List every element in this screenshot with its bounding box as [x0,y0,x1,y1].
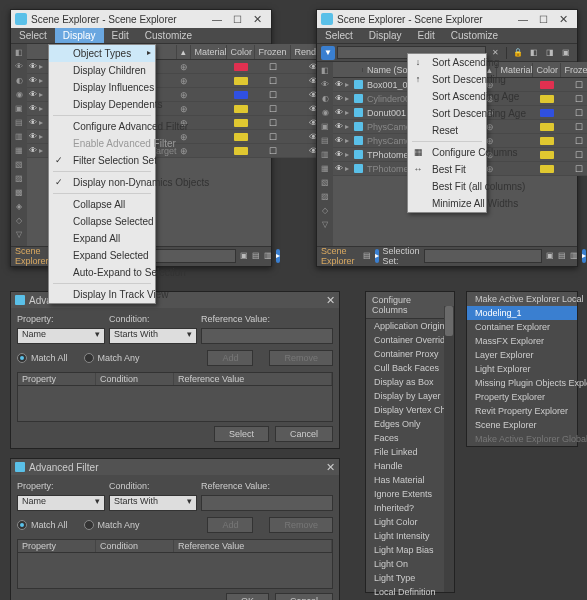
explorer-option[interactable]: Layer Explorer [467,348,577,362]
menu-display[interactable]: Display [361,28,410,43]
ok-button[interactable]: OK [226,593,269,600]
explorer-option[interactable]: Light Explorer [467,362,577,376]
footer-icon[interactable]: ▸ [276,249,280,263]
footer-icon[interactable]: ▤ [252,249,260,263]
menu-select[interactable]: Select [11,28,55,43]
select-button[interactable]: Select [214,426,269,442]
explorer-option[interactable]: Property Explorer [467,390,577,404]
tool-icon[interactable]: ▽ [13,228,25,240]
col-frozen[interactable]: Frozen [561,63,587,77]
frozen-cell[interactable]: ☐ [255,90,291,100]
tool-icon[interactable]: ◇ [13,214,25,226]
visibility-icon[interactable]: 👁 [29,62,38,71]
maximize-button[interactable]: ☐ [227,11,247,27]
column-option[interactable]: Cull Back Faces [366,361,454,375]
menu-display[interactable]: Display [55,28,104,43]
expand-icon[interactable]: ▸ [39,146,48,155]
menu-item[interactable]: Display Influences [49,79,155,96]
match-any-radio[interactable]: Match Any [84,520,140,530]
explorer-option[interactable]: Scene Explorer [467,418,577,432]
tool-icon[interactable]: 🔒 [511,46,525,60]
tool-icon[interactable]: ◉ [319,106,331,118]
frozen-cell[interactable]: ☐ [561,150,587,160]
tool-icon[interactable]: ▦ [13,144,25,156]
column-option[interactable]: Display Vertex Channel [366,403,454,417]
visibility-icon[interactable]: 👁 [29,104,38,113]
tool-icon[interactable]: ▦ [319,162,331,174]
visibility-icon[interactable]: 👁 [335,94,344,103]
expand-icon[interactable]: ▸ [345,94,354,103]
menu-item[interactable]: Sort Descending Age [408,105,486,122]
refval-input[interactable] [201,328,333,344]
menu-select[interactable]: Select [317,28,361,43]
column-option[interactable]: Display by Layer [366,389,454,403]
filter-icon[interactable]: ▼ [321,46,335,60]
column-option[interactable]: Has Material [366,473,454,487]
visibility-icon[interactable]: 👁 [335,80,344,89]
tool-icon[interactable]: ◧ [13,46,25,58]
visibility-icon[interactable]: 👁 [29,118,38,127]
close-icon[interactable]: ✕ [326,461,335,474]
visibility-icon[interactable]: 👁 [29,146,38,155]
menu-customize[interactable]: Customize [443,28,506,43]
color-cell[interactable] [227,119,255,127]
column-option[interactable]: Display as Box [366,375,454,389]
material-cell[interactable]: ⊕ [177,146,191,156]
footer-icon[interactable]: ▥ [264,249,272,263]
explorer-option[interactable]: Container Explorer [467,320,577,334]
menu-item[interactable]: ✓Filter Selection Set [49,152,155,169]
refval-input[interactable] [201,495,333,511]
material-cell[interactable]: ⊕ [177,76,191,86]
frozen-cell[interactable]: ☐ [561,80,587,90]
color-cell[interactable] [227,63,255,71]
menu-item[interactable]: Collapse Selected [49,213,155,230]
footer-icon[interactable]: ▤ [558,249,566,263]
column-option[interactable]: Local Definition [366,585,454,599]
column-option[interactable]: Light Intensity [366,529,454,543]
footer-icon[interactable]: ▣ [240,249,248,263]
property-select[interactable]: Name ▾ [17,328,105,344]
tool-icon[interactable]: ▣ [319,120,331,132]
frozen-cell[interactable]: ☐ [561,164,587,174]
footer-icon[interactable]: ▤ [363,249,371,263]
menu-item[interactable]: Reset [408,122,486,139]
tool-icon[interactable]: ◉ [13,88,25,100]
tool-icon[interactable]: ▧ [319,176,331,188]
visibility-icon[interactable]: 👁 [335,108,344,117]
scrollbar[interactable] [444,306,454,592]
expand-icon[interactable]: ▸ [345,136,354,145]
col-color[interactable]: Color [533,63,561,77]
expand-icon[interactable]: ▸ [345,108,354,117]
color-cell[interactable] [533,123,561,131]
expand-icon[interactable]: ▸ [39,132,48,141]
color-cell[interactable] [533,95,561,103]
color-cell[interactable] [533,165,561,173]
menu-item[interactable]: Expand Selected [49,247,155,264]
column-option[interactable]: Inherited? [366,501,454,515]
column-option[interactable]: Light Map Bias [366,543,454,557]
tool-icon[interactable]: ▽ [319,218,331,230]
remove-button[interactable]: Remove [269,517,333,533]
tool-icon[interactable]: ◇ [319,204,331,216]
material-cell[interactable]: ⊕ [177,90,191,100]
color-cell[interactable] [227,147,255,155]
expand-icon[interactable]: ▸ [39,104,48,113]
color-cell[interactable] [533,137,561,145]
tool-icon[interactable]: 👁 [319,78,331,90]
tool-icon[interactable]: ▥ [319,148,331,160]
col-material[interactable]: ▴ [177,45,191,59]
close-button[interactable]: ✕ [553,11,573,27]
footer-icon[interactable]: ▣ [546,249,554,263]
condition-select[interactable]: Starts With ▾ [109,328,197,344]
tool-icon[interactable]: ▧ [13,158,25,170]
column-option[interactable]: Container Proxy [366,347,454,361]
expand-icon[interactable]: ▸ [345,80,354,89]
col-frozen[interactable]: Frozen [255,45,291,59]
frozen-cell[interactable]: ☐ [561,108,587,118]
visibility-icon[interactable]: 👁 [29,132,38,141]
cancel-button[interactable]: Cancel [275,426,333,442]
tool-icon[interactable]: ▥ [13,130,25,142]
menu-item[interactable]: ▦Configure Columns [408,144,486,161]
visibility-icon[interactable]: 👁 [335,136,344,145]
explorer-option[interactable]: MassFX Explorer [467,334,577,348]
